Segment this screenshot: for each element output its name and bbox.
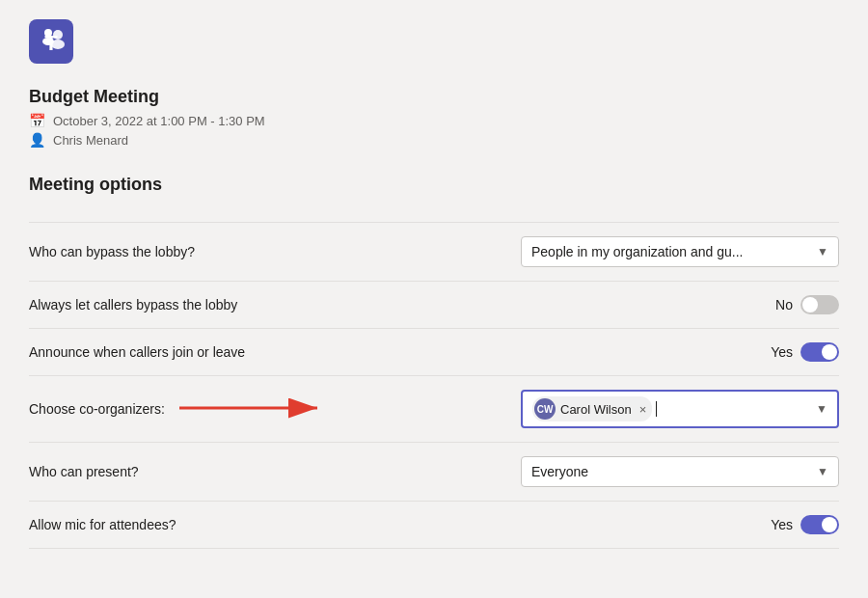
allow-mic-toggle[interactable]: [800, 515, 839, 534]
option-allow-mic: Allow mic for attendees? Yes: [29, 502, 839, 549]
bypass-lobby-value: People in my organization and gu...: [531, 244, 809, 259]
allow-mic-control: Yes: [771, 515, 839, 534]
coorg-label: Choose co-organizers:: [29, 401, 165, 417]
allow-mic-toggle-thumb: [822, 517, 837, 532]
teams-icon: T: [29, 19, 73, 64]
announce-join-toggle-thumb: [822, 344, 837, 360]
who-present-label: Who can present?: [29, 464, 139, 479]
who-present-value: Everyone: [531, 464, 809, 479]
red-arrow-icon: [175, 394, 329, 424]
who-present-control: Everyone ▼: [521, 456, 839, 487]
coorg-text-cursor: [656, 401, 657, 417]
who-present-chevron-icon: ▼: [817, 465, 828, 478]
svg-point-5: [42, 38, 54, 45]
meeting-date-row: 📅 October 3, 2022 at 1:00 PM - 1:30 PM: [29, 113, 839, 128]
callers-bypass-toggle-thumb: [802, 297, 818, 313]
option-callers-bypass: Always let callers bypass the lobby No: [29, 282, 839, 329]
bypass-lobby-dropdown[interactable]: People in my organization and gu... ▼: [521, 236, 839, 267]
coorg-remove-icon[interactable]: ×: [639, 402, 647, 417]
red-arrow-svg: [175, 394, 329, 421]
svg-point-4: [44, 29, 52, 37]
announce-join-toggle[interactable]: [800, 342, 839, 362]
coorg-control: CW Carol Wilson × ▼: [521, 390, 839, 428]
coorg-avatar: CW: [534, 398, 556, 420]
option-co-organizers: Choose co-organizers:: [29, 376, 839, 443]
teams-logo: T: [29, 19, 839, 64]
coorg-tag: CW Carol Wilson ×: [532, 396, 652, 421]
option-bypass-lobby: Who can bypass the lobby? People in my o…: [29, 222, 839, 282]
bypass-lobby-label: Who can bypass the lobby?: [29, 244, 195, 259]
callers-bypass-control: No: [775, 295, 839, 314]
meeting-meta: 📅 October 3, 2022 at 1:00 PM - 1:30 PM 👤…: [29, 113, 839, 148]
announce-join-toggle-label: Yes: [771, 344, 793, 360]
callers-bypass-label: Always let callers bypass the lobby: [29, 297, 237, 313]
option-who-present: Who can present? Everyone ▼: [29, 443, 839, 502]
coorg-left: Choose co-organizers:: [29, 394, 329, 424]
allow-mic-toggle-label: Yes: [771, 517, 793, 532]
bypass-lobby-chevron-icon: ▼: [817, 245, 828, 258]
option-announce-join: Announce when callers join or leave Yes: [29, 329, 839, 376]
coorg-selected-name: Carol Wilson: [560, 402, 632, 417]
coorg-chevron-icon: ▼: [816, 402, 827, 416]
meeting-date: October 3, 2022 at 1:00 PM - 1:30 PM: [53, 114, 265, 128]
meeting-organizer-row: 👤 Chris Menard: [29, 132, 839, 148]
allow-mic-label: Allow mic for attendees?: [29, 517, 176, 532]
callers-bypass-toggle[interactable]: [800, 295, 839, 314]
announce-join-label: Announce when callers join or leave: [29, 344, 245, 360]
meeting-title: Budget Meeting: [29, 87, 839, 107]
coorg-dropdown[interactable]: CW Carol Wilson × ▼: [521, 390, 839, 428]
bypass-lobby-control: People in my organization and gu... ▼: [521, 236, 839, 267]
section-title: Meeting options: [29, 175, 839, 195]
meeting-organizer: Chris Menard: [53, 133, 128, 148]
options-grid: Who can bypass the lobby? People in my o…: [29, 222, 839, 549]
svg-point-2: [53, 30, 63, 40]
person-icon: 👤: [29, 132, 45, 148]
announce-join-control: Yes: [771, 342, 839, 362]
callers-bypass-toggle-label: No: [775, 297, 793, 313]
page: T Budget Meeting 📅 October 3, 2022 at 1:…: [0, 0, 868, 598]
calendar-icon: 📅: [29, 113, 45, 128]
who-present-dropdown[interactable]: Everyone ▼: [521, 456, 839, 487]
